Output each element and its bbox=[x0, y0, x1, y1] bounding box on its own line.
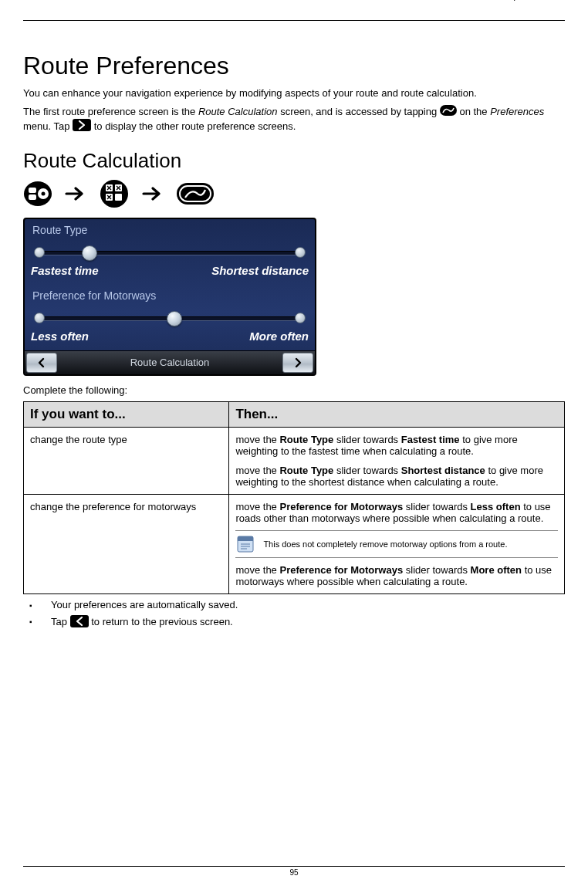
slider2-right-label: More often bbox=[249, 330, 309, 343]
arrow-right-icon bbox=[65, 186, 86, 201]
svg-rect-15 bbox=[238, 536, 253, 541]
next-icon bbox=[73, 119, 91, 135]
intro-paragraph-2: The first route preference screen is the… bbox=[23, 105, 565, 135]
intro-paragraph-1: You can enhance your navigation experien… bbox=[23, 86, 565, 100]
instruction-table: If you want to... Then... change the rou… bbox=[23, 401, 565, 594]
device-screenshot: Route Type Fastest time Shortest distanc… bbox=[23, 218, 316, 376]
table-cell: move the Route Type slider towards Faste… bbox=[229, 428, 565, 495]
nav-breadcrumb bbox=[23, 179, 565, 208]
table-header-then: Then... bbox=[229, 402, 565, 428]
preferences-grid-icon bbox=[99, 179, 130, 208]
route-icon bbox=[440, 105, 457, 120]
prev-screen-button[interactable] bbox=[26, 353, 57, 373]
note-callout: This does not completely remove motorway… bbox=[235, 530, 558, 558]
map-menu-icon bbox=[23, 181, 52, 207]
list-item: Your preferences are automatically saved… bbox=[29, 599, 565, 610]
slider2-left-label: Less often bbox=[31, 330, 89, 343]
page-number: 95 bbox=[23, 868, 565, 877]
screenshot-section2-label: Preference for Motorways bbox=[25, 285, 315, 302]
page-footer: 95 bbox=[23, 866, 565, 877]
section-title: Route Calculation bbox=[23, 149, 565, 173]
svg-rect-3 bbox=[29, 188, 36, 193]
bullet-list: Your preferences are automatically saved… bbox=[29, 599, 565, 630]
svg-rect-19 bbox=[70, 615, 89, 627]
slider1-left-label: Fastest time bbox=[31, 264, 99, 277]
page-title: Route Preferences bbox=[23, 52, 565, 80]
complete-label: Complete the following: bbox=[23, 384, 565, 397]
back-icon bbox=[70, 615, 89, 630]
next-screen-button[interactable] bbox=[282, 353, 313, 373]
route-type-slider[interactable] bbox=[32, 244, 307, 259]
header-sep: | bbox=[510, 0, 519, 1]
table-cell: change the preference for motorways bbox=[24, 495, 229, 594]
table-row: change the route type move the Route Typ… bbox=[24, 428, 565, 495]
header: iCN 700 series | Reference bbox=[23, 0, 565, 21]
screenshot-section1-label: Route Type bbox=[25, 219, 315, 236]
svg-rect-11 bbox=[115, 194, 122, 201]
svg-rect-4 bbox=[29, 194, 36, 200]
note-icon bbox=[235, 534, 255, 554]
header-series: iCN 700 series bbox=[442, 0, 511, 1]
table-cell: move the Preference for Motorways slider… bbox=[229, 495, 565, 594]
motorway-pref-slider[interactable] bbox=[32, 309, 307, 325]
screenshot-footer-title: Route Calculation bbox=[59, 351, 281, 374]
list-item: Tap to return to the previous screen. bbox=[29, 615, 565, 630]
arrow-right-icon bbox=[142, 186, 164, 201]
route-pill-icon bbox=[176, 182, 215, 205]
header-section: Reference bbox=[519, 0, 565, 1]
slider1-right-label: Shortest distance bbox=[211, 264, 309, 277]
table-header-if: If you want to... bbox=[24, 402, 229, 428]
svg-point-7 bbox=[100, 180, 128, 208]
svg-point-6 bbox=[42, 191, 46, 195]
table-row: change the preference for motorways move… bbox=[24, 495, 565, 594]
note-text: This does not completely remove motorway… bbox=[263, 539, 507, 549]
svg-rect-1 bbox=[73, 119, 91, 131]
table-cell: change the route type bbox=[24, 428, 229, 495]
